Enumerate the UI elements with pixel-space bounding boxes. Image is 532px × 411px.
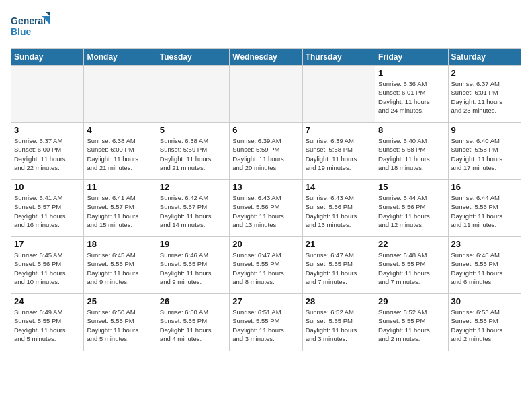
day-number: 25 bbox=[87, 296, 153, 306]
svg-text:General: General bbox=[11, 15, 46, 26]
day-info: Sunrise: 6:51 AM Sunset: 5:55 PM Dayligh… bbox=[232, 308, 299, 343]
calendar-cell bbox=[157, 66, 229, 123]
day-number: 8 bbox=[378, 125, 445, 135]
calendar-cell: 7Sunrise: 6:39 AM Sunset: 5:58 PM Daylig… bbox=[302, 123, 375, 180]
calendar-cell: 8Sunrise: 6:40 AM Sunset: 5:58 PM Daylig… bbox=[375, 123, 448, 180]
calendar-cell: 12Sunrise: 6:42 AM Sunset: 5:57 PM Dayli… bbox=[157, 180, 229, 237]
calendar-cell: 22Sunrise: 6:48 AM Sunset: 5:55 PM Dayli… bbox=[375, 237, 448, 294]
day-number: 9 bbox=[451, 125, 518, 135]
calendar-cell: 24Sunrise: 6:49 AM Sunset: 5:55 PM Dayli… bbox=[11, 294, 84, 351]
day-number: 2 bbox=[451, 68, 518, 78]
calendar-header-row: SundayMondayTuesdayWednesdayThursdayFrid… bbox=[11, 49, 521, 66]
calendar-cell: 6Sunrise: 6:39 AM Sunset: 5:59 PM Daylig… bbox=[230, 123, 302, 180]
day-number: 18 bbox=[87, 239, 153, 249]
calendar-cell: 5Sunrise: 6:38 AM Sunset: 5:59 PM Daylig… bbox=[157, 123, 229, 180]
day-info: Sunrise: 6:48 AM Sunset: 5:55 PM Dayligh… bbox=[378, 250, 445, 286]
day-number: 30 bbox=[451, 296, 518, 306]
calendar-cell: 30Sunrise: 6:53 AM Sunset: 5:55 PM Dayli… bbox=[448, 294, 521, 351]
day-info: Sunrise: 6:38 AM Sunset: 6:00 PM Dayligh… bbox=[87, 136, 153, 172]
day-number: 24 bbox=[14, 296, 81, 306]
day-number: 23 bbox=[451, 239, 518, 249]
logo: GeneralBlue bbox=[11, 11, 51, 40]
calendar-cell: 3Sunrise: 6:37 AM Sunset: 6:00 PM Daylig… bbox=[11, 123, 84, 180]
day-info: Sunrise: 6:37 AM Sunset: 6:01 PM Dayligh… bbox=[451, 79, 518, 115]
day-info: Sunrise: 6:36 AM Sunset: 6:01 PM Dayligh… bbox=[378, 79, 445, 115]
day-number: 20 bbox=[232, 239, 299, 249]
calendar-cell: 23Sunrise: 6:48 AM Sunset: 5:55 PM Dayli… bbox=[448, 237, 521, 294]
day-info: Sunrise: 6:44 AM Sunset: 5:56 PM Dayligh… bbox=[451, 193, 518, 229]
day-info: Sunrise: 6:53 AM Sunset: 5:55 PM Dayligh… bbox=[451, 308, 518, 343]
day-number: 21 bbox=[306, 239, 372, 249]
day-info: Sunrise: 6:50 AM Sunset: 5:55 PM Dayligh… bbox=[160, 308, 226, 343]
calendar-cell: 4Sunrise: 6:38 AM Sunset: 6:00 PM Daylig… bbox=[84, 123, 157, 180]
day-info: Sunrise: 6:47 AM Sunset: 5:55 PM Dayligh… bbox=[306, 250, 372, 286]
day-info: Sunrise: 6:42 AM Sunset: 5:57 PM Dayligh… bbox=[160, 193, 226, 229]
calendar-cell: 17Sunrise: 6:45 AM Sunset: 5:56 PM Dayli… bbox=[11, 237, 84, 294]
calendar-cell: 19Sunrise: 6:46 AM Sunset: 5:55 PM Dayli… bbox=[157, 237, 229, 294]
day-number: 27 bbox=[232, 296, 299, 306]
calendar-cell: 20Sunrise: 6:47 AM Sunset: 5:55 PM Dayli… bbox=[230, 237, 302, 294]
day-number: 3 bbox=[14, 125, 81, 135]
day-number: 13 bbox=[232, 182, 299, 192]
svg-text:Blue: Blue bbox=[11, 26, 32, 37]
logo-svg: GeneralBlue bbox=[11, 11, 51, 40]
calendar-cell: 13Sunrise: 6:43 AM Sunset: 5:56 PM Dayli… bbox=[230, 180, 302, 237]
day-header-thursday: Thursday bbox=[302, 49, 375, 66]
calendar-cell: 2Sunrise: 6:37 AM Sunset: 6:01 PM Daylig… bbox=[448, 66, 521, 123]
calendar-cell: 10Sunrise: 6:41 AM Sunset: 5:57 PM Dayli… bbox=[11, 180, 84, 237]
day-number: 15 bbox=[378, 182, 445, 192]
day-info: Sunrise: 6:48 AM Sunset: 5:55 PM Dayligh… bbox=[451, 250, 518, 286]
day-info: Sunrise: 6:52 AM Sunset: 5:55 PM Dayligh… bbox=[378, 308, 445, 343]
day-number: 6 bbox=[232, 125, 299, 135]
calendar-week-1: 1Sunrise: 6:36 AM Sunset: 6:01 PM Daylig… bbox=[11, 66, 521, 123]
calendar-week-5: 24Sunrise: 6:49 AM Sunset: 5:55 PM Dayli… bbox=[11, 294, 521, 351]
calendar-cell: 11Sunrise: 6:41 AM Sunset: 5:57 PM Dayli… bbox=[84, 180, 157, 237]
calendar-cell bbox=[11, 66, 84, 123]
calendar-cell bbox=[84, 66, 157, 123]
calendar-cell: 18Sunrise: 6:45 AM Sunset: 5:55 PM Dayli… bbox=[84, 237, 157, 294]
day-header-wednesday: Wednesday bbox=[230, 49, 302, 66]
day-number: 12 bbox=[160, 182, 226, 192]
calendar-week-4: 17Sunrise: 6:45 AM Sunset: 5:56 PM Dayli… bbox=[11, 237, 521, 294]
day-number: 29 bbox=[378, 296, 445, 306]
day-header-friday: Friday bbox=[375, 49, 448, 66]
day-info: Sunrise: 6:39 AM Sunset: 5:59 PM Dayligh… bbox=[232, 136, 299, 172]
calendar-cell bbox=[302, 66, 375, 123]
day-info: Sunrise: 6:38 AM Sunset: 5:59 PM Dayligh… bbox=[160, 136, 226, 172]
day-info: Sunrise: 6:46 AM Sunset: 5:55 PM Dayligh… bbox=[160, 250, 226, 286]
day-number: 5 bbox=[160, 125, 226, 135]
day-number: 14 bbox=[306, 182, 372, 192]
day-number: 10 bbox=[14, 182, 81, 192]
header: GeneralBlue bbox=[11, 11, 521, 40]
calendar-cell: 29Sunrise: 6:52 AM Sunset: 5:55 PM Dayli… bbox=[375, 294, 448, 351]
day-number: 1 bbox=[378, 68, 445, 78]
svg-marker-3 bbox=[46, 12, 50, 16]
calendar-cell: 14Sunrise: 6:43 AM Sunset: 5:56 PM Dayli… bbox=[302, 180, 375, 237]
day-header-tuesday: Tuesday bbox=[157, 49, 229, 66]
day-number: 16 bbox=[451, 182, 518, 192]
day-number: 28 bbox=[306, 296, 372, 306]
calendar-cell: 1Sunrise: 6:36 AM Sunset: 6:01 PM Daylig… bbox=[375, 66, 448, 123]
calendar-week-3: 10Sunrise: 6:41 AM Sunset: 5:57 PM Dayli… bbox=[11, 180, 521, 237]
day-info: Sunrise: 6:40 AM Sunset: 5:58 PM Dayligh… bbox=[451, 136, 518, 172]
calendar-cell: 16Sunrise: 6:44 AM Sunset: 5:56 PM Dayli… bbox=[448, 180, 521, 237]
day-info: Sunrise: 6:43 AM Sunset: 5:56 PM Dayligh… bbox=[232, 193, 299, 229]
day-header-saturday: Saturday bbox=[448, 49, 521, 66]
day-info: Sunrise: 6:47 AM Sunset: 5:55 PM Dayligh… bbox=[232, 250, 299, 286]
day-number: 17 bbox=[14, 239, 81, 249]
day-info: Sunrise: 6:39 AM Sunset: 5:58 PM Dayligh… bbox=[306, 136, 372, 172]
day-info: Sunrise: 6:40 AM Sunset: 5:58 PM Dayligh… bbox=[378, 136, 445, 172]
day-number: 22 bbox=[378, 239, 445, 249]
day-info: Sunrise: 6:50 AM Sunset: 5:55 PM Dayligh… bbox=[87, 308, 153, 343]
day-info: Sunrise: 6:45 AM Sunset: 5:55 PM Dayligh… bbox=[87, 250, 153, 286]
calendar-cell bbox=[230, 66, 302, 123]
calendar-cell: 21Sunrise: 6:47 AM Sunset: 5:55 PM Dayli… bbox=[302, 237, 375, 294]
day-header-monday: Monday bbox=[84, 49, 157, 66]
day-number: 7 bbox=[306, 125, 372, 135]
calendar-cell: 27Sunrise: 6:51 AM Sunset: 5:55 PM Dayli… bbox=[230, 294, 302, 351]
day-info: Sunrise: 6:45 AM Sunset: 5:56 PM Dayligh… bbox=[14, 250, 81, 286]
calendar-cell: 28Sunrise: 6:52 AM Sunset: 5:55 PM Dayli… bbox=[302, 294, 375, 351]
day-info: Sunrise: 6:44 AM Sunset: 5:56 PM Dayligh… bbox=[378, 193, 445, 229]
day-info: Sunrise: 6:41 AM Sunset: 5:57 PM Dayligh… bbox=[14, 193, 81, 229]
day-number: 11 bbox=[87, 182, 153, 192]
